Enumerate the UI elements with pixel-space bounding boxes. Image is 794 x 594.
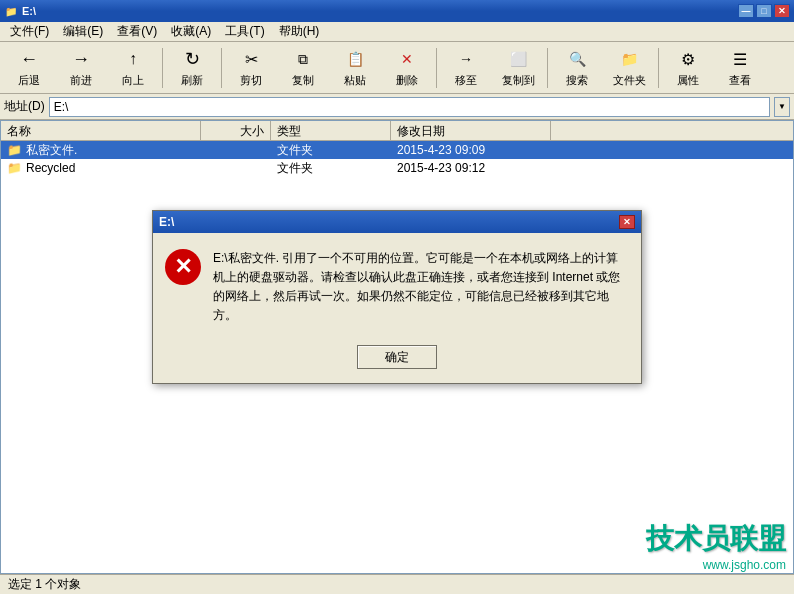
error-dialog: E:\ ✕ ✕ E:\私密文件. 引用了一个不可用的位置。它可能是一个在本机或网… bbox=[152, 210, 642, 385]
dialog-footer: 确定 bbox=[153, 337, 641, 383]
error-icon: ✕ bbox=[165, 249, 201, 285]
dialog-message: E:\私密文件. 引用了一个不可用的位置。它可能是一个在本机或网络上的计算机上的… bbox=[213, 249, 629, 326]
dialog-overlay: E:\ ✕ ✕ E:\私密文件. 引用了一个不可用的位置。它可能是一个在本机或网… bbox=[0, 0, 794, 594]
dialog-title-text: E:\ bbox=[159, 215, 174, 229]
dialog-content: ✕ E:\私密文件. 引用了一个不可用的位置。它可能是一个在本机或网络上的计算机… bbox=[153, 233, 641, 338]
dialog-title-bar: E:\ ✕ bbox=[153, 211, 641, 233]
dialog-close-button[interactable]: ✕ bbox=[619, 215, 635, 229]
ok-button[interactable]: 确定 bbox=[357, 345, 437, 369]
